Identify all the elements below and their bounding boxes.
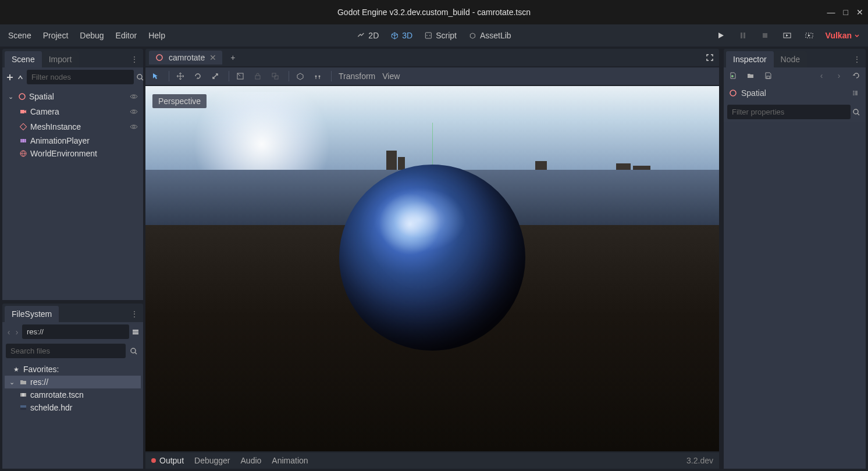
svg-rect-3: [763, 33, 767, 38]
close-icon[interactable]: ✕: [856, 8, 863, 17]
instance-scene-icon[interactable]: [16, 72, 24, 83]
scale-tool-icon[interactable]: [211, 72, 222, 80]
tree-row-spatial[interactable]: ⌄ Spatial: [5, 89, 141, 104]
scene-dock-menu-icon[interactable]: ⋮: [130, 55, 138, 64]
perspective-badge[interactable]: Perspective: [152, 94, 207, 108]
tab-inspector[interactable]: Inspector: [726, 51, 774, 67]
filter-nodes-input[interactable]: [27, 70, 134, 84]
fs-item-label: camrotate.tscn: [30, 390, 140, 399]
fs-root[interactable]: ⌄ res://: [5, 376, 141, 388]
tree-row-worldenvironment[interactable]: WorldEnvironment: [5, 147, 141, 160]
lock-icon[interactable]: [254, 72, 264, 80]
load-resource-icon[interactable]: [745, 70, 756, 81]
add-tab-icon[interactable]: +: [227, 52, 239, 63]
search-files-input[interactable]: [6, 344, 126, 358]
rotate-tool-icon[interactable]: [194, 72, 204, 80]
play-scene-icon[interactable]: [781, 30, 793, 41]
inspector-menu-icon[interactable]: ⋮: [853, 55, 861, 64]
search-icon[interactable]: [128, 345, 140, 357]
svg-rect-25: [272, 73, 276, 77]
menu-help[interactable]: Help: [148, 31, 165, 40]
tab-import[interactable]: Import: [42, 51, 79, 67]
workspace-3d-label: 3D: [402, 31, 412, 40]
select-tool-icon[interactable]: [151, 72, 162, 80]
snap-options-icon[interactable]: [314, 72, 324, 80]
filesystem-menu-icon[interactable]: ⋮: [130, 309, 138, 319]
fs-hdr-file[interactable]: schelde.hdr: [5, 401, 141, 414]
pause-icon[interactable]: [737, 30, 749, 41]
fs-favorites[interactable]: ★ Favorites:: [5, 363, 141, 376]
tree-row-meshinstance[interactable]: MeshInstance: [5, 119, 141, 134]
bottom-debugger[interactable]: Debugger: [194, 456, 230, 465]
play-custom-icon[interactable]: [803, 30, 815, 41]
bottom-output[interactable]: Output: [151, 456, 184, 465]
view-menu[interactable]: View: [382, 72, 400, 81]
svg-rect-1: [741, 33, 742, 38]
search-icon[interactable]: [136, 72, 144, 83]
bottom-animation[interactable]: Animation: [272, 456, 308, 465]
snap-icon[interactable]: [296, 72, 307, 80]
nav-forward-icon[interactable]: ›: [14, 326, 20, 338]
renderer-dropdown[interactable]: Vulkan: [826, 31, 860, 40]
tree-node-label: Camera: [30, 107, 126, 116]
workspace-2d[interactable]: 2D: [357, 31, 379, 40]
fs-item-label: schelde.hdr: [30, 403, 140, 412]
titlebar: Godot Engine v3.2.dev.custom_build - cam…: [0, 0, 868, 24]
workspace-script-label: Script: [436, 31, 457, 40]
bottom-item-label: Output: [159, 456, 184, 465]
split-mode-icon[interactable]: [131, 326, 140, 338]
add-node-icon[interactable]: [6, 72, 14, 83]
history-next-icon[interactable]: ›: [833, 70, 845, 81]
expand-icon[interactable]: ⌄: [7, 377, 16, 387]
close-tab-icon[interactable]: ✕: [209, 53, 216, 62]
group-icon[interactable]: [271, 72, 282, 80]
nav-back-icon[interactable]: ‹: [6, 326, 12, 338]
filter-properties-input[interactable]: [727, 105, 851, 119]
filesystem-tree: ★ Favorites: ⌄ res:// camrotate.tscn sch…: [2, 361, 143, 469]
new-resource-icon[interactable]: [727, 70, 739, 81]
tree-node-label: WorldEnvironment: [30, 149, 140, 158]
scene-tab-camrotate[interactable]: camrotate ✕: [149, 51, 222, 65]
viewport-3d[interactable]: Perspective: [145, 86, 719, 451]
svg-point-31: [853, 109, 858, 114]
visibility-icon[interactable]: [128, 91, 140, 102]
svg-point-12: [133, 126, 135, 128]
maximize-icon[interactable]: □: [844, 8, 848, 17]
folder-icon: [19, 377, 28, 387]
minimize-icon[interactable]: —: [827, 8, 835, 17]
camera-icon: [19, 107, 28, 116]
tab-node[interactable]: Node: [774, 51, 807, 67]
expand-icon[interactable]: ⌄: [6, 92, 15, 101]
menu-editor[interactable]: Editor: [116, 31, 137, 40]
stop-icon[interactable]: [759, 30, 771, 41]
tab-scene[interactable]: Scene: [5, 51, 42, 67]
fs-scene-file[interactable]: camrotate.tscn: [5, 388, 141, 401]
visibility-icon[interactable]: [128, 106, 140, 117]
transform-menu[interactable]: Transform: [339, 72, 375, 81]
play-icon[interactable]: [715, 30, 727, 41]
svg-point-18: [131, 348, 136, 353]
menu-project[interactable]: Project: [43, 31, 69, 40]
object-properties-icon[interactable]: [849, 87, 861, 99]
local-coords-icon[interactable]: [236, 72, 247, 80]
distraction-free-icon[interactable]: [704, 52, 716, 63]
svg-rect-9: [20, 110, 24, 113]
history-prev-icon[interactable]: ‹: [816, 70, 827, 81]
move-tool-icon[interactable]: [176, 72, 187, 80]
save-resource-icon[interactable]: [762, 70, 774, 81]
workspace-script[interactable]: Script: [424, 31, 457, 40]
spatial-icon: [728, 88, 738, 98]
history-icon[interactable]: [851, 70, 862, 81]
path-input[interactable]: [22, 324, 129, 339]
tree-row-camera[interactable]: Camera: [5, 104, 141, 119]
menu-scene[interactable]: Scene: [8, 31, 31, 40]
workspace-3d[interactable]: 3D: [390, 31, 412, 40]
tab-filesystem[interactable]: FileSystem: [5, 306, 59, 322]
search-icon[interactable]: [851, 106, 862, 118]
bottom-audio[interactable]: Audio: [241, 456, 262, 465]
visibility-icon[interactable]: [128, 121, 140, 133]
menu-debug[interactable]: Debug: [80, 31, 104, 40]
tree-row-animationplayer[interactable]: AnimationPlayer: [5, 134, 141, 147]
workspace-assetlib[interactable]: AssetLib: [468, 31, 511, 40]
svg-point-10: [133, 110, 135, 113]
